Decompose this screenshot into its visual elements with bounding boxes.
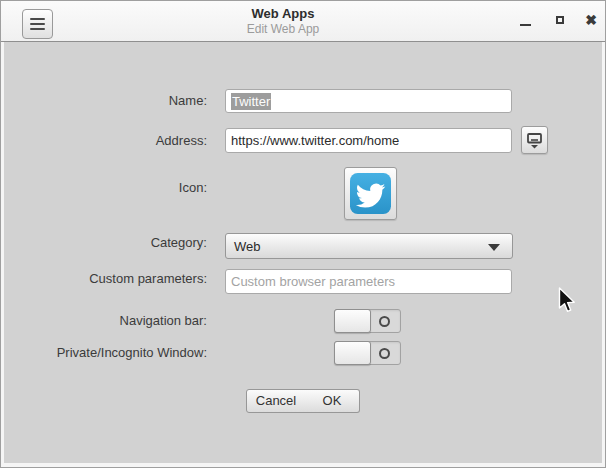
twitter-bird-icon [350, 173, 391, 214]
name-label: Name: [169, 93, 207, 109]
close-icon: ✖ [585, 10, 597, 30]
cancel-button[interactable]: Cancel [246, 389, 306, 413]
icon-label: Icon: [179, 180, 207, 196]
switch-off-indicator [379, 348, 390, 359]
incognito-label: Private/Incognito Window: [57, 345, 207, 361]
download-favicon-icon [526, 132, 543, 149]
incognito-switch[interactable] [334, 341, 401, 365]
hamburger-menu-button[interactable] [22, 9, 53, 39]
titlebar: Web Apps Edit Web App ✖ [1, 1, 605, 42]
window-subtitle: Edit Web App [81, 22, 485, 36]
navigation-bar-label: Navigation bar: [120, 313, 207, 329]
window-title: Web Apps [81, 6, 485, 22]
hamburger-menu-icon [30, 18, 45, 20]
category-selected-value: Web [234, 239, 261, 254]
switch-off-indicator [379, 316, 390, 327]
custom-parameters-label: Custom parameters: [89, 271, 207, 287]
category-label: Category: [151, 235, 207, 251]
webapps-window: Web Apps Edit Web App ✖ Name: Twitter Ad… [0, 0, 606, 468]
name-input-selected-text: Twitter [231, 93, 271, 110]
custom-parameters-input[interactable] [225, 269, 512, 294]
switch-handle [334, 341, 371, 365]
dropdown-arrow-icon [488, 244, 500, 251]
category-dropdown[interactable]: Web [225, 233, 513, 259]
maximize-icon [556, 16, 564, 24]
minimize-button[interactable] [515, 10, 535, 30]
download-favicon-button[interactable] [521, 126, 548, 154]
name-input[interactable]: Twitter [225, 89, 512, 113]
app-icon-button[interactable] [344, 167, 397, 220]
switch-handle [334, 309, 371, 333]
address-label: Address: [156, 133, 207, 149]
title-block: Web Apps Edit Web App [81, 6, 485, 36]
ok-button[interactable]: OK [305, 389, 360, 413]
minimize-icon [520, 24, 531, 26]
navigation-bar-switch[interactable] [334, 309, 401, 333]
close-button[interactable]: ✖ [581, 10, 601, 30]
address-input[interactable] [225, 128, 512, 153]
maximize-button[interactable] [550, 10, 570, 30]
